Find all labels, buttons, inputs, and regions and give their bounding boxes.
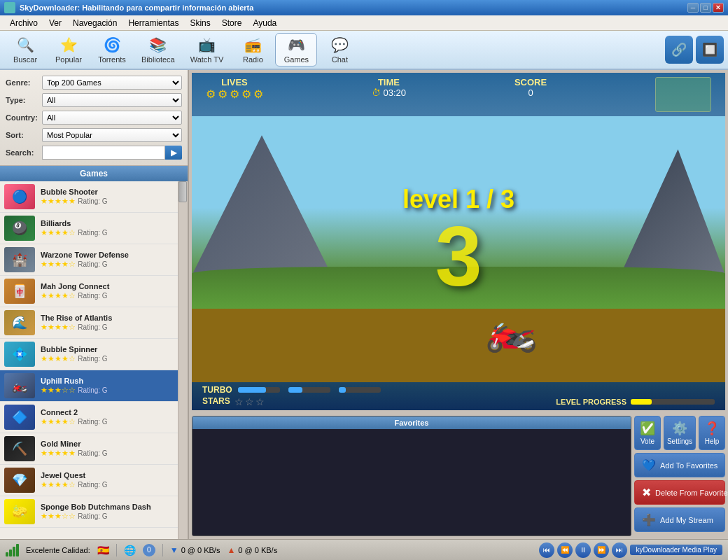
filter-type-row: Type: All	[6, 93, 182, 107]
player-back-button[interactable]: ⏪	[557, 542, 573, 558]
game-stars-row: ★★★★☆ Rating: G	[41, 290, 174, 300]
menu-skins[interactable]: Skins	[184, 17, 216, 29]
menu-navegacion[interactable]: Navegación	[67, 17, 122, 29]
toolbar-chat-label: Chat	[332, 55, 348, 64]
game-thumb: 🏍️	[4, 373, 35, 398]
toolbar-layout-button[interactable]: 🔲	[696, 36, 724, 64]
download-icon: ▼	[170, 545, 178, 555]
game-list-item[interactable]: 🌊The Rise of Atlantis★★★★☆ Rating: G	[0, 307, 178, 339]
toolbar: 🔍 Buscar ⭐ Popular 🌀 Torrents 📚 Bibliote…	[0, 31, 728, 70]
filter-country-row: Country: All	[6, 111, 182, 125]
add-favorites-button[interactable]: 💙 Add To Favorites	[634, 453, 725, 477]
toolbar-biblioteca[interactable]: 📚 Biblioteca	[134, 33, 182, 66]
toolbar-watchtv-label: Watch TV	[190, 55, 224, 64]
toolbar-radio[interactable]: 📻 Radio	[232, 33, 274, 66]
game-scene: LIVES ⚙ ⚙ ⚙ ⚙ ⚙ TIME ⏱ 03:20	[192, 73, 725, 410]
menu-store[interactable]: Store	[216, 17, 248, 29]
game-info: Bubble Spinner★★★★☆ Rating: G	[41, 345, 174, 363]
game-name: Sponge Bob Dutchmans Dash	[41, 503, 174, 511]
turbo-fill-2	[288, 387, 302, 393]
delete-favorites-button[interactable]: ✖ Delete From Favorites	[634, 480, 725, 505]
window-controls: ─ □ ✕	[687, 3, 724, 13]
biker-sprite: 🏍️	[485, 304, 538, 354]
player-next-button[interactable]: ⏭	[612, 542, 627, 558]
search-button[interactable]: ▶	[165, 146, 182, 160]
toolbar-popular[interactable]: ⭐ Popular	[48, 33, 90, 66]
close-button[interactable]: ✕	[713, 3, 724, 13]
help-button[interactable]: ❓ Help	[699, 416, 725, 450]
player-pause-button[interactable]: ⏸	[575, 542, 591, 558]
status-badge: 0	[143, 544, 155, 556]
game-thumb: 💎	[4, 468, 35, 493]
genre-select[interactable]: Top 200 Games	[42, 76, 182, 90]
game-list-item[interactable]: 💠Bubble Spinner★★★★☆ Rating: G	[0, 339, 178, 370]
game-thumb: 🔵	[4, 184, 35, 209]
toolbar-watchtv[interactable]: 📺 Watch TV	[183, 33, 231, 66]
game-ui-bar: LIVES ⚙ ⚙ ⚙ ⚙ ⚙ TIME ⏱ 03:20	[192, 73, 725, 116]
country-select[interactable]: All	[42, 111, 182, 125]
game-list-item[interactable]: 🀄Mah Jong Connect★★★★☆ Rating: G	[0, 276, 178, 307]
fav-top-buttons: ✅ Vote ⚙️ Settings ❓ Help	[634, 416, 725, 450]
toolbar-buscar[interactable]: 🔍 Buscar	[4, 33, 46, 66]
game-stars-row: ★★★★☆ Rating: G	[41, 354, 174, 363]
menu-ver[interactable]: Ver	[43, 17, 67, 29]
game-list-item[interactable]: 💎Jewel Quest★★★★☆ Rating: G	[0, 465, 178, 496]
vote-button[interactable]: ✅ Vote	[634, 416, 661, 450]
level-num: 3	[402, 214, 514, 298]
game-list-item[interactable]: 🏍️Uphill Rush★★★☆☆ Rating: G	[0, 370, 178, 402]
favorites-buttons: ✅ Vote ⚙️ Settings ❓ Help 💙 Add To Favor…	[634, 416, 725, 536]
star-icon: ⭐	[60, 36, 78, 53]
game-name: Bubble Spinner	[41, 345, 174, 354]
player-prev-button[interactable]: ⏮	[539, 542, 554, 558]
games-list-header: Games	[0, 166, 188, 181]
game-level: level 1 / 3 3	[402, 185, 514, 298]
progress-label: LEVEL PROGRESS	[556, 398, 626, 406]
add-stream-label: Add My Stream	[660, 516, 713, 524]
game-info: Uphill Rush★★★☆☆ Rating: G	[41, 377, 174, 395]
player-forward-button[interactable]: ⏩	[594, 542, 609, 558]
game-name: Warzone Tower Defense	[41, 251, 174, 259]
game-stars: ★★★★★	[41, 197, 76, 205]
toolbar-torrents[interactable]: 🌀 Torrents	[91, 33, 133, 66]
toolbar-popular-label: Popular	[55, 55, 82, 64]
maximize-button[interactable]: □	[700, 3, 711, 13]
game-list-item[interactable]: 🎱Billiards★★★★☆ Rating: G	[0, 213, 178, 244]
toolbar-network-button[interactable]: 🔗	[665, 36, 693, 64]
search-icon: 🔍	[17, 36, 34, 53]
menu-herramientas[interactable]: Herramientas	[122, 17, 184, 29]
game-name: Bubble Shooter	[41, 188, 174, 196]
minimize-button[interactable]: ─	[687, 3, 699, 13]
menu-ayuda[interactable]: Ayuda	[247, 17, 282, 29]
game-bottom-bar: TURBO STARS ☆	[192, 382, 725, 410]
game-name: Gold Miner	[41, 440, 174, 448]
genre-label: Genre:	[6, 78, 42, 87]
add-stream-icon: ➕	[642, 513, 656, 526]
star-1: ☆	[234, 396, 244, 407]
title-bar: SkyDownloader: Habilitando para comparti…	[0, 0, 728, 15]
settings-button[interactable]: ⚙️ Settings	[664, 416, 696, 450]
type-select[interactable]: All	[42, 93, 182, 107]
game-list-item[interactable]: 🔷Connect 2★★★★☆ Rating: G	[0, 402, 178, 433]
add-stream-button[interactable]: ➕ Add My Stream	[634, 507, 725, 532]
game-stars: ★★★★☆	[41, 480, 76, 489]
time-stat: TIME ⏱ 03:20	[372, 77, 406, 112]
game-list-item[interactable]: 🧽Sponge Bob Dutchmans Dash★★★☆☆ Rating: …	[0, 496, 178, 528]
toolbar-right: 🔗 🔲	[665, 36, 724, 64]
main-content: Genre: Top 200 Games Type: All Country: …	[0, 70, 728, 539]
sort-select[interactable]: Most Popular	[42, 128, 182, 142]
game-thumb: 🧽	[4, 499, 35, 524]
game-list-item[interactable]: ⛏️Gold Miner★★★★★ Rating: G	[0, 433, 178, 465]
menu-archivo[interactable]: Archivo	[4, 17, 43, 29]
progress-fill	[631, 399, 652, 405]
left-panel: Genre: Top 200 Games Type: All Country: …	[0, 70, 189, 539]
toolbar-games[interactable]: 🎮 Games	[275, 33, 317, 66]
search-input[interactable]	[42, 146, 165, 160]
game-list-item[interactable]: 🏰Warzone Tower Defense★★★★☆ Rating: G	[0, 244, 178, 276]
game-info: Mah Jong Connect★★★★☆ Rating: G	[41, 282, 174, 300]
scrollbar-thumb[interactable]	[178, 181, 187, 202]
toolbar-chat[interactable]: 💬 Chat	[318, 33, 360, 66]
score-stat: SCORE 0	[514, 77, 547, 112]
window-title: SkyDownloader: Habilitando para comparti…	[20, 4, 253, 12]
scrollbar-track[interactable]	[178, 181, 188, 539]
game-list-item[interactable]: 🔵Bubble Shooter★★★★★ Rating: G	[0, 181, 178, 213]
